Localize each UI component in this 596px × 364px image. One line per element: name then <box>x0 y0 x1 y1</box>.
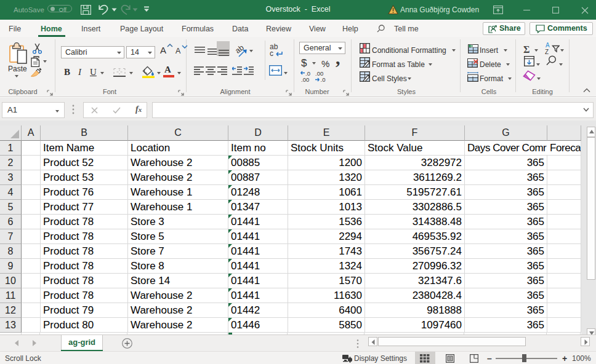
svg-text:.0: .0 <box>321 76 326 82</box>
svg-text:A: A <box>546 42 550 49</box>
svg-text:.00: .00 <box>301 76 309 82</box>
svg-text:Z: Z <box>545 49 549 55</box>
